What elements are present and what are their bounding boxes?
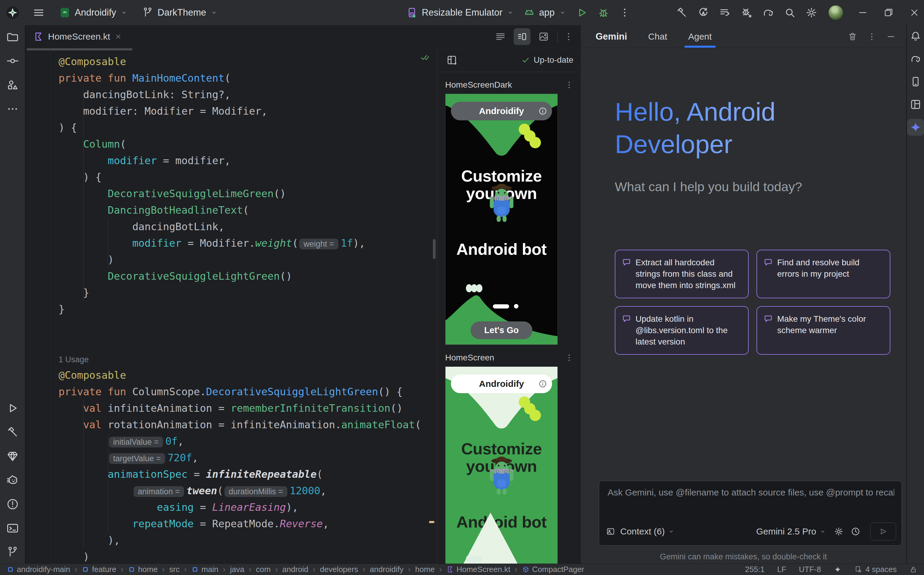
gemini-options-icon[interactable]: [867, 32, 877, 42]
file-encoding[interactable]: UTF-8: [799, 565, 821, 574]
sync-project-icon[interactable]: [762, 6, 775, 19]
breadcrumb-item[interactable]: androidify-main: [6, 565, 70, 574]
run-button[interactable]: [576, 6, 588, 19]
history-icon[interactable]: [851, 526, 860, 537]
project-name: Androidify: [75, 7, 116, 18]
breadcrumb-item[interactable]: HomeScreen.kt: [446, 565, 511, 574]
editor-tab-homescreen[interactable]: HomeScreen.kt: [25, 25, 129, 48]
preview-options-icon[interactable]: [565, 80, 574, 90]
suggestion-card[interactable]: Update kotlin in @libs.version.toml to t…: [615, 306, 749, 355]
tab-title: HomeScreen.kt: [48, 32, 110, 42]
gemini-settings-icon[interactable]: [833, 526, 844, 537]
breadcrumb-item[interactable]: home: [128, 565, 157, 574]
run-icon[interactable]: [6, 402, 19, 415]
layout-inspector-icon[interactable]: [910, 98, 922, 110]
indent-guide: [108, 218, 108, 268]
problems-icon[interactable]: [6, 497, 19, 511]
attach-debugger-icon[interactable]: [740, 6, 753, 19]
compose-preview-HomeScreen[interactable]: AndroidifyCustomize your ownAndroid bot: [445, 367, 558, 564]
ai-assistant-status-icon[interactable]: [833, 565, 842, 573]
breadcrumb-item[interactable]: developers: [320, 565, 358, 574]
commit-icon[interactable]: [6, 54, 19, 68]
model-selector[interactable]: Gemini 2.5 Pro: [756, 526, 827, 537]
breadcrumb-item[interactable]: androidify: [370, 565, 404, 574]
profiler-icon[interactable]: [697, 6, 710, 19]
preview-options-icon[interactable]: [565, 353, 574, 362]
resource-manager-icon[interactable]: [6, 78, 19, 92]
writable-lock-icon[interactable]: [909, 565, 918, 573]
device-manager-icon[interactable]: [910, 76, 922, 87]
info-icon[interactable]: [538, 106, 547, 116]
breadcrumb-item[interactable]: android: [282, 565, 308, 574]
code-editor[interactable]: @Composableprivate fun MainHomeContent( …: [25, 48, 437, 564]
gemini-prompt-input[interactable]: [607, 484, 895, 500]
send-button[interactable]: [870, 523, 896, 540]
kotlin-icon: [446, 566, 454, 573]
suggestion-card[interactable]: Find and resolve build errors in my proj…: [757, 250, 891, 298]
gemini-panel: Gemini Chat Agent Hello, AndroidDevelope…: [580, 25, 906, 564]
tab-agent[interactable]: Agent: [688, 25, 711, 48]
suggestion-card[interactable]: Extract all hardcoded strings from this …: [615, 250, 749, 298]
preview-headline-2: Android bot: [445, 240, 557, 258]
code-view-icon[interactable]: [492, 28, 509, 45]
build-icon[interactable]: [676, 6, 688, 19]
breadcrumb-item[interactable]: feature: [82, 565, 116, 574]
version-control-icon[interactable]: [6, 546, 19, 559]
hide-panel-icon[interactable]: [886, 32, 896, 42]
breadcrumb-separator: ›: [313, 565, 315, 574]
breadcrumb-item[interactable]: main: [191, 565, 218, 574]
compose-preview-HomeScreenDark[interactable]: AndroidifyCustomize your ownAndroid botL…: [445, 94, 558, 345]
editor-scrollbar[interactable]: [433, 239, 436, 259]
inspections-ok-icon[interactable]: [420, 52, 430, 62]
module-icon: [6, 566, 14, 573]
gemini-input-box: Context (6) Gemini 2.5 Pro: [599, 481, 902, 546]
lets-go-button[interactable]: Let's Go: [471, 321, 533, 339]
gradle-icon[interactable]: [910, 53, 922, 65]
vcs-branch-selector[interactable]: DarkTheme: [142, 6, 218, 19]
minimize-window-icon[interactable]: [857, 7, 868, 18]
tab-chat[interactable]: Chat: [648, 25, 667, 48]
context-selector[interactable]: Context (6): [620, 526, 675, 537]
build-icon[interactable]: [6, 426, 19, 439]
clear-chat-icon[interactable]: [848, 32, 858, 42]
code-line: modifier = Modifier.weight(weight =1f),: [59, 235, 437, 251]
info-icon[interactable]: [538, 379, 547, 388]
attach-context-icon[interactable]: [606, 527, 615, 536]
breadcrumb-item[interactable]: home: [415, 565, 435, 574]
sdk-manager-icon[interactable]: [719, 6, 731, 19]
search-icon[interactable]: [784, 6, 796, 19]
maximize-window-icon[interactable]: [883, 7, 894, 18]
code-line: val infiniteAnimation = rememberInfinite…: [59, 400, 437, 416]
line-separator[interactable]: LF: [777, 565, 786, 574]
debug-button[interactable]: [597, 6, 610, 19]
gemini-icon[interactable]: [907, 119, 924, 136]
run-config-selector[interactable]: app: [523, 6, 566, 19]
settings-icon[interactable]: [805, 6, 818, 19]
device-selector[interactable]: Resizable Emulator: [406, 6, 514, 19]
notifications-icon[interactable]: [910, 30, 922, 42]
main-menu-icon[interactable]: [32, 6, 45, 19]
suggestion-card[interactable]: Make my Theme's color scheme warmer: [757, 306, 891, 355]
preview-layout-icon[interactable]: [446, 54, 458, 66]
breadcrumb-item[interactable]: com: [256, 565, 271, 574]
breadcrumb-item[interactable]: CompactPager: [522, 565, 584, 574]
context-label: Context (6): [620, 526, 665, 537]
close-window-icon[interactable]: [909, 7, 920, 18]
page-indicator: [493, 304, 518, 308]
indent-setting[interactable]: 4 spaces: [854, 565, 897, 574]
running-devices-icon[interactable]: [6, 473, 19, 487]
app-insights-gem-icon[interactable]: [6, 450, 19, 463]
terminal-icon[interactable]: [6, 522, 19, 535]
breadcrumb-item[interactable]: java: [230, 565, 244, 574]
design-view-icon[interactable]: [535, 28, 552, 45]
editor-options-icon[interactable]: [563, 31, 574, 42]
project-selector[interactable]: Androidify: [59, 6, 128, 19]
close-tab-icon[interactable]: [115, 33, 122, 40]
project-icon[interactable]: [6, 30, 19, 43]
avatar[interactable]: [829, 5, 843, 20]
more-tools-icon[interactable]: [6, 102, 19, 116]
caret-position[interactable]: 255:1: [745, 565, 765, 574]
breadcrumb-item[interactable]: src: [169, 565, 180, 574]
more-actions-icon[interactable]: [619, 6, 631, 19]
split-view-icon[interactable]: [514, 28, 530, 45]
